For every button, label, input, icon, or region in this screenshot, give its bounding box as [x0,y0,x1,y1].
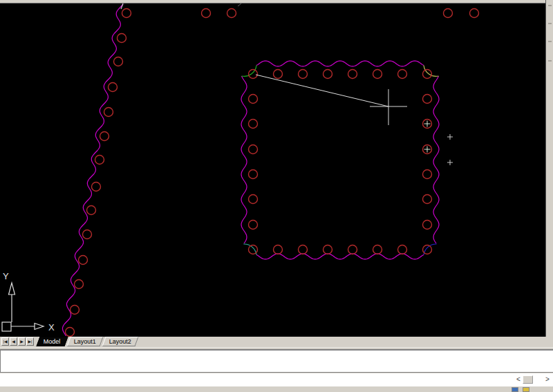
cad-circle[interactable] [249,221,258,230]
cad-circle[interactable] [71,306,79,315]
ucs-y-label: Y [3,271,9,281]
tab-layout2[interactable]: Layout2 [102,337,138,346]
cad-circle[interactable] [249,170,258,179]
cad-circle[interactable] [274,70,283,79]
layout-tab-bar: |◀ ◀ ▶ ▶| Model Layout1 Layout2 [0,337,553,348]
cad-circle[interactable] [249,95,258,104]
cad-circle[interactable] [398,70,407,79]
cad-circle[interactable] [249,195,258,204]
top-toolbar-fragment [0,0,545,3]
square-edge-left[interactable] [241,76,247,243]
command-input-line[interactable]: Specify next point or [Arc/Halfwidth/Len… [0,374,553,386]
cad-circle[interactable] [299,70,308,79]
ucs-x-arrowhead-icon [35,324,44,330]
cad-circle[interactable] [83,230,92,239]
cad-circle[interactable] [100,132,109,141]
wavy-polyline-left[interactable] [63,4,124,336]
cad-circle[interactable] [470,9,479,18]
cad-circle[interactable] [109,83,118,92]
tab-nav-buttons: |◀ ◀ ▶ ▶| [1,337,34,346]
taskbar-icon-1[interactable] [512,387,518,392]
square-edge-right[interactable] [433,76,439,243]
tab-scroll-prev-button[interactable]: ◀ [10,337,17,346]
tab-model-label: Model [44,337,61,346]
tab-scroll-next-button[interactable]: ▶ [18,337,26,346]
cad-circle[interactable] [444,9,453,18]
stray-mark [238,3,241,6]
taskbar-icon-2[interactable] [523,387,529,392]
tab-layout1[interactable]: Layout1 [66,337,103,346]
bottom-strip [0,386,553,392]
toolbar-button-fragment [548,5,552,6]
scroll-right-icon[interactable]: > [543,375,552,384]
tab-scroll-first-button[interactable]: |◀ [1,337,9,346]
ucs-x-label: X [48,322,55,333]
ucs-origin-box [2,322,11,331]
cad-circle[interactable] [324,70,332,79]
cad-circle[interactable] [202,9,211,18]
cad-circle[interactable] [114,57,123,66]
scroll-left-icon[interactable]: < [514,375,523,384]
cad-circle[interactable] [398,245,407,254]
cad-circle[interactable] [118,34,126,43]
square-edge-top[interactable] [256,61,424,66]
ucs-y-arrowhead-icon [9,283,15,295]
square-edge-bottom[interactable] [256,254,424,259]
cad-circle[interactable] [373,245,382,254]
cad-circle[interactable] [249,145,258,154]
cad-circle[interactable] [249,245,258,254]
cad-circle[interactable] [87,206,96,215]
cad-circle[interactable] [423,95,432,104]
cad-circle[interactable] [75,280,84,289]
cad-circle[interactable] [66,328,75,337]
cad-circle[interactable] [348,245,357,254]
toolbar-button-fragment [548,60,552,62]
cad-circle[interactable] [299,245,308,254]
cad-circle[interactable] [249,70,258,79]
cad-circle[interactable] [104,108,113,117]
cad-circle[interactable] [274,245,283,254]
cad-circle[interactable] [227,9,236,18]
cad-circle[interactable] [249,120,258,129]
cad-circle[interactable] [423,195,432,204]
toolbar-button-fragment [548,23,552,24]
application-window: XY |◀ ◀ ▶ ▶| Model Layout1 Layout2 Speci… [0,0,553,392]
right-toolbar-fragment [545,0,553,337]
cad-circle[interactable] [423,221,432,230]
cad-circle[interactable] [423,170,432,179]
tab-layout2-label: Layout2 [109,337,131,346]
cad-circle[interactable] [122,9,131,18]
command-history[interactable]: Specify start point: Current line-width … [0,351,553,372]
rubber-band-line [256,75,388,106]
cad-circle[interactable] [423,245,432,254]
drawing-canvas[interactable]: XY [0,0,546,337]
cad-circle[interactable] [79,256,88,265]
tab-scroll-last-button[interactable]: ▶| [26,337,34,346]
toolbar-button-fragment [548,41,552,42]
cad-circle[interactable] [348,70,357,79]
cad-circle[interactable] [423,70,432,79]
cad-circle[interactable] [324,245,332,254]
command-scrollbar: < > [514,375,552,384]
command-window: Specify start point: Current line-width … [0,349,553,386]
scrollbar-thumb[interactable] [523,375,533,384]
tab-layout1-label: Layout1 [73,337,95,346]
tab-model[interactable]: Model [36,337,68,346]
cad-circle[interactable] [95,156,104,165]
cad-circle[interactable] [92,183,101,192]
cad-circle[interactable] [373,70,382,79]
